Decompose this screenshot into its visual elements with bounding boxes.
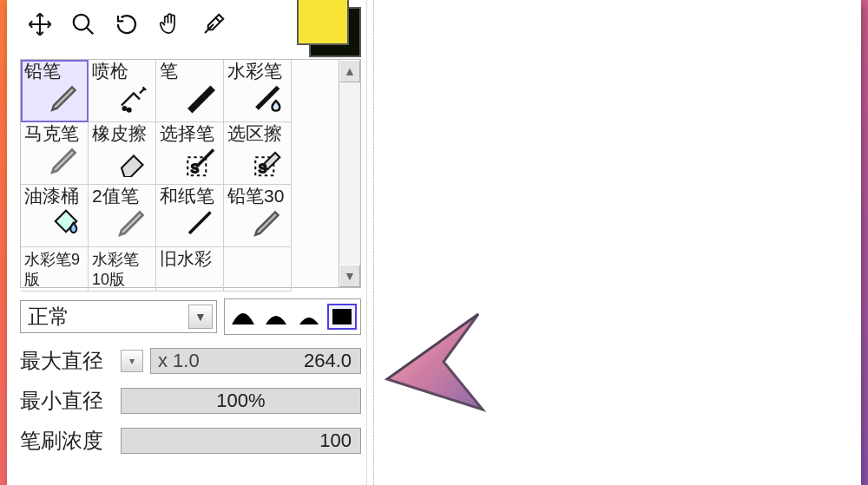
chevron-down-icon: ▼ — [188, 305, 213, 329]
selerase-icon: S — [251, 141, 287, 180]
eyedropper-icon — [201, 11, 227, 37]
brush-pencil30[interactable]: 铅笔30 — [224, 185, 292, 247]
hand-tool[interactable] — [150, 4, 190, 44]
max-size-stepper[interactable]: ▾ — [121, 350, 143, 372]
brush-pencil[interactable]: 铅笔 — [21, 60, 89, 122]
blend-mode-select[interactable]: 正常 ▼ — [20, 300, 217, 333]
selbrush-icon: S — [183, 141, 220, 180]
brush-label: 旧水彩 — [160, 249, 212, 268]
density-value: 100 — [319, 429, 360, 452]
brush-eraser[interactable]: 橡皮擦 — [89, 122, 156, 185]
brush-paper[interactable]: 和纸笔 — [156, 185, 224, 247]
brush-bucket[interactable]: 油漆桶 — [21, 185, 89, 247]
brush-water9[interactable]: 水彩笔9版 — [21, 247, 89, 292]
brush-select-pen[interactable]: 选择笔 S — [156, 122, 224, 185]
bucket-icon — [48, 203, 84, 243]
pencil-icon — [48, 78, 84, 118]
param-min-size: 最小直径 100% — [20, 387, 361, 415]
brush-airbrush[interactable]: 喷枪 — [89, 60, 156, 122]
water-icon — [251, 78, 287, 118]
scroll-track[interactable] — [339, 82, 360, 265]
zoom-icon — [70, 11, 96, 37]
paper-icon — [183, 203, 220, 243]
airbrush-icon — [115, 78, 152, 118]
brush-label: 笔 — [160, 61, 178, 81]
zoom-tool[interactable] — [63, 4, 103, 44]
svg-point-2 — [128, 108, 131, 112]
brush-icon — [183, 78, 220, 118]
binary-icon — [115, 203, 152, 243]
color-swatches[interactable] — [288, 0, 361, 50]
brush-marker[interactable]: 马克笔 — [21, 122, 89, 185]
brush-brush[interactable]: 笔 — [156, 60, 224, 122]
tip-square[interactable] — [327, 304, 357, 330]
brush-select-eraser[interactable]: 选区擦 S — [224, 122, 292, 185]
brush-scrollbar[interactable]: ▲ ▼ — [339, 60, 360, 287]
eraser-icon — [115, 141, 152, 180]
brush-label: 水彩笔10版 — [92, 251, 139, 288]
max-size-slider[interactable]: x 1.0 264.0 — [150, 348, 361, 374]
rotate-tool[interactable] — [107, 4, 147, 44]
move-icon — [27, 11, 53, 37]
brush-label: 水彩笔9版 — [24, 251, 80, 288]
min-size-label: 最小直径 — [20, 387, 114, 415]
svg-text:S: S — [259, 161, 266, 175]
max-size-mult: x 1.0 — [151, 350, 200, 372]
tool-panel: 铅笔 喷枪 笔 水彩笔 马克笔 — [15, 0, 367, 485]
brush-oldwater[interactable]: 旧水彩 — [156, 247, 224, 292]
brush-water10[interactable]: 水彩笔10版 — [89, 247, 156, 292]
hand-icon — [157, 11, 183, 37]
min-size-slider[interactable]: 100% — [121, 388, 361, 414]
max-size-label: 最大直径 — [20, 347, 114, 375]
max-size-value: 264.0 — [304, 350, 360, 372]
scroll-down-button[interactable]: ▼ — [339, 265, 360, 287]
pencil-icon — [251, 203, 287, 243]
density-label: 笔刷浓度 — [20, 427, 114, 455]
brush-empty[interactable] — [224, 247, 292, 292]
svg-point-1 — [123, 107, 127, 110]
param-max-size: 最大直径 ▾ x 1.0 264.0 — [20, 347, 361, 375]
svg-text:S: S — [191, 161, 199, 175]
tip-hard[interactable] — [294, 304, 324, 330]
rotate-icon — [114, 11, 140, 37]
min-size-value: 100% — [216, 390, 265, 412]
brush-grid: 铅笔 喷枪 笔 水彩笔 马克笔 — [21, 60, 292, 247]
canvas-toolbar — [15, 0, 366, 54]
svg-point-0 — [74, 15, 89, 30]
density-slider[interactable]: 100 — [121, 428, 361, 454]
eyedropper-tool[interactable] — [194, 4, 233, 44]
panel-divider — [372, 0, 374, 485]
param-density: 笔刷浓度 100 — [20, 427, 361, 455]
brush-binary[interactable]: 2值笔 — [89, 185, 156, 247]
blend-mode-row: 正常 ▼ — [20, 298, 361, 335]
app-frame: 铅笔 喷枪 笔 水彩笔 马克笔 — [7, 0, 861, 485]
move-tool[interactable] — [20, 4, 60, 44]
svg-rect-7 — [332, 309, 352, 324]
brush-palette: 铅笔 喷枪 笔 水彩笔 马克笔 — [20, 59, 361, 288]
primary-color[interactable] — [297, 0, 349, 45]
blend-mode-value: 正常 — [28, 303, 69, 331]
marker-icon — [48, 141, 84, 180]
brush-watercolor[interactable]: 水彩笔 — [224, 60, 292, 122]
scroll-up-button[interactable]: ▲ — [339, 60, 360, 82]
